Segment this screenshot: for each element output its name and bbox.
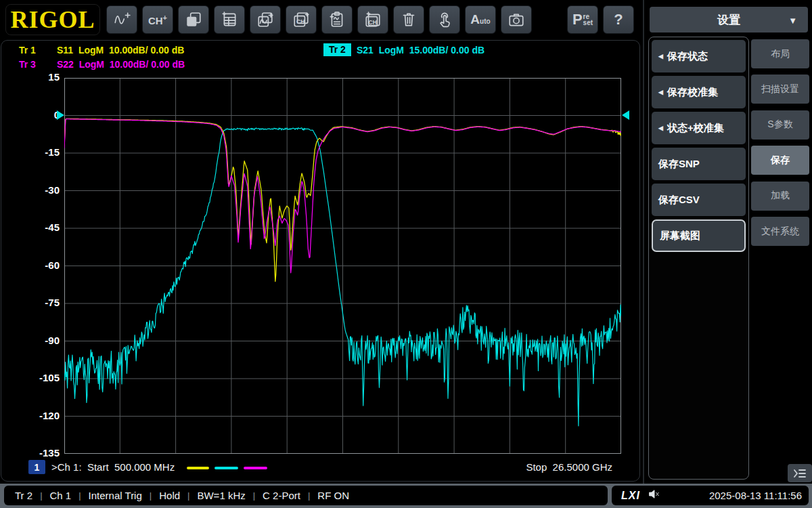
sweep-start-label: >Ch 1: Start 500.000 MHz — [51, 461, 175, 473]
submenu-item-label: 保存状态 — [667, 50, 708, 63]
menu-item-label: 扫描设置 — [761, 83, 799, 96]
touch-button[interactable] — [429, 5, 460, 34]
auto-scale-button[interactable]: Auto — [465, 5, 496, 34]
delete-button[interactable] — [393, 5, 424, 34]
submenu-item-1[interactable]: ◀保存状态 — [652, 40, 746, 72]
status-separator: | — [78, 490, 81, 501]
y-tick-label: -90 — [12, 335, 60, 346]
y-tick-label: -60 — [12, 259, 60, 271]
collapse-menu-button[interactable] — [788, 464, 812, 482]
table-add-icon — [221, 11, 238, 28]
submenu-item-5[interactable]: 保存CSV — [652, 184, 746, 216]
status-segment-1: Tr 2 — [15, 490, 32, 501]
submenu-expand-arrow-icon: ◀ — [658, 53, 663, 60]
menu-item-5[interactable]: 加载 — [751, 182, 809, 211]
waveform-add-icon — [113, 11, 131, 28]
help-button[interactable]: ? — [603, 5, 634, 34]
menu-item-1[interactable]: 布局 — [751, 39, 809, 68]
channel-badge: 1 — [28, 460, 45, 474]
status-segment-4: Hold — [159, 490, 180, 501]
save-trace-data-button[interactable] — [321, 5, 353, 34]
menu-item-4[interactable]: 保存 — [751, 146, 809, 175]
camera-icon — [508, 11, 525, 28]
touch-icon — [436, 11, 453, 28]
submenu-item-label: 状态+校准集 — [667, 122, 724, 135]
speaker-muted-icon[interactable] — [648, 489, 660, 502]
add-trace-window-button[interactable] — [250, 5, 281, 34]
submenu-item-label: 保存校准集 — [667, 86, 718, 99]
y-tick-label: -135 — [12, 447, 60, 459]
save-channel-button[interactable]: CH — [357, 5, 388, 34]
settings-sidebar: 设置 ▼ ◀保存状态◀保存校准集◀状态+校准集保存SNP保存CSV屏幕截图 布局… — [643, 0, 812, 484]
chevron-down-icon: ▼ — [788, 16, 797, 26]
menu-item-label: 布局 — [771, 48, 790, 60]
submenu-item-6[interactable]: 屏幕截图 — [652, 219, 746, 252]
screenshot-camera-button[interactable] — [501, 5, 532, 34]
svg-text:CH: CH — [369, 19, 378, 26]
status-segment-6: C 2-Port — [263, 490, 300, 501]
trace1-params[interactable]: S11 LogM 10.00dB/ 0.00 dB — [57, 45, 184, 56]
folder-channel-add-icon: CH — [364, 11, 382, 28]
ref-level-marker-right[interactable] — [622, 110, 629, 120]
menu-item-6[interactable]: 文件系统 — [751, 217, 809, 246]
status-separator: | — [308, 490, 310, 501]
sidebar-title-text: 设置 — [717, 12, 740, 28]
trace3-params[interactable]: S22 LogM 10.00dB/ 0.00 dB — [57, 59, 185, 70]
trace1-id[interactable]: Tr 1 — [19, 45, 36, 56]
add-trace-button[interactable] — [106, 5, 137, 34]
channel-window-add-icon: CH — [292, 11, 310, 28]
lxi-logo: LXI — [621, 490, 640, 502]
status-separator: | — [253, 490, 255, 501]
y-tick-label: 15 — [12, 71, 60, 83]
trace3-id[interactable]: Tr 3 — [19, 59, 36, 70]
status-segment-7: RF ON — [317, 490, 349, 501]
trace2-active-badge[interactable]: Tr 2 — [323, 43, 351, 56]
y-tick-label: 0 — [12, 109, 60, 121]
save-submenu-panel: ◀保存状态◀保存校准集◀状态+校准集保存SNP保存CSV屏幕截图 — [648, 37, 749, 480]
add-channel-window-button[interactable]: CH — [286, 5, 317, 34]
trace2-color-swatch — [215, 467, 238, 469]
sweep-stop-label: Stop 26.5000 GHz — [501, 461, 612, 473]
y-tick-label: -120 — [12, 410, 60, 421]
submenu-item-label: 屏幕截图 — [660, 230, 700, 242]
submenu-expand-arrow-icon: ◀ — [658, 89, 663, 96]
y-tick-label: -30 — [12, 184, 60, 196]
trace2-params[interactable]: S21 LogM 15.00dB/ 0.00 dB — [357, 45, 484, 56]
menu-item-label: 保存 — [771, 154, 790, 167]
display-table-button[interactable] — [214, 5, 245, 34]
y-tick-label: -75 — [12, 297, 60, 308]
menu-item-3[interactable]: S参数 — [751, 110, 809, 140]
status-segment-2: Ch 1 — [50, 490, 72, 501]
ch-plus-icon: CH+ — [148, 14, 167, 26]
submenu-item-3[interactable]: ◀状态+校准集 — [652, 112, 746, 144]
window-layout-button[interactable] — [178, 5, 209, 34]
rigol-logo: RIGOL — [5, 4, 100, 35]
submenu-item-label: 保存SNP — [658, 158, 700, 171]
trace3-color-swatch — [244, 467, 267, 469]
ref-level-marker-left[interactable] — [57, 110, 64, 120]
add-channel-button[interactable]: CH+ — [142, 5, 173, 34]
trace-window-add-icon — [256, 11, 274, 28]
collapse-menu-icon — [793, 468, 807, 479]
status-bar: Tr 2|Ch 1|Internal Trig|Hold|BW=1 kHz|C … — [0, 484, 812, 508]
menu-item-label: 文件系统 — [761, 226, 799, 238]
stacked-windows-icon — [185, 11, 202, 28]
sidebar-title[interactable]: 设置 ▼ — [650, 7, 808, 33]
vna-screen: RIGOL CH+ — [0, 0, 812, 508]
menu-item-2[interactable]: 扫描设置 — [751, 75, 809, 104]
y-tick-label: -15 — [12, 146, 60, 158]
plot-area — [64, 78, 621, 454]
status-segment-3: Internal Trig — [89, 490, 142, 501]
status-segment-5: BW=1 kHz — [197, 490, 245, 501]
preset-icon: P reset — [572, 11, 593, 28]
y-tick-label: -105 — [12, 372, 60, 383]
submenu-item-2[interactable]: ◀保存校准集 — [652, 76, 746, 108]
menu-item-label: S参数 — [767, 119, 792, 131]
preset-button[interactable]: P reset — [567, 5, 598, 34]
submenu-item-4[interactable]: 保存SNP — [652, 148, 746, 180]
status-separator: | — [150, 490, 152, 501]
y-tick-label: -45 — [12, 221, 60, 233]
submenu-item-label: 保存CSV — [658, 194, 700, 207]
status-separator: | — [187, 490, 189, 501]
plot-svg — [64, 78, 621, 454]
